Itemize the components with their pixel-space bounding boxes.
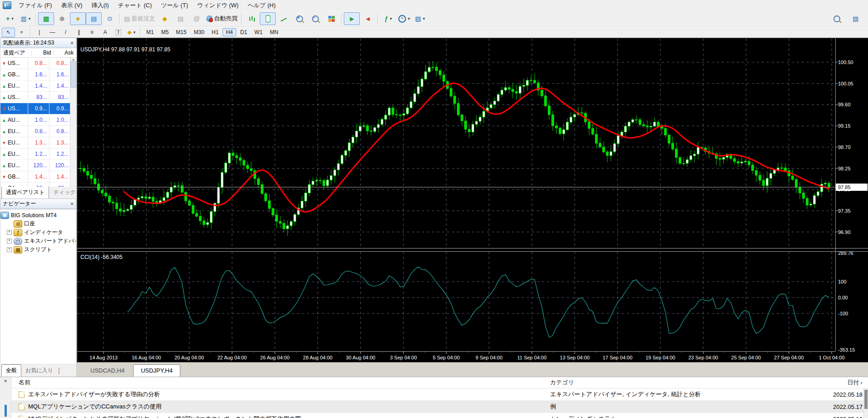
column-header-name[interactable]: 名前 xyxy=(11,378,550,387)
tab-market-watch-1[interactable]: ティックチャート xyxy=(49,187,76,199)
tree-item[interactable]: +ƒインディケータ xyxy=(0,228,76,237)
market-watch-row[interactable]: ▲AU...1.0...1.0... xyxy=(0,114,71,126)
bid-cell: 1.3... xyxy=(28,137,50,148)
article-row[interactable]: MQLアプリケーションでのCCanvasクラスの使用例2022.05.17 xyxy=(11,401,868,413)
layout-button[interactable]: ▧ xyxy=(848,12,863,25)
market-watch-row[interactable]: ▲EU...120...120... xyxy=(0,160,71,171)
terminal-button[interactable]: ▤ xyxy=(86,12,102,25)
market-watch-row[interactable]: ▼GB...1.4...1.4... xyxy=(0,171,71,183)
toolbox-side-scrollbar[interactable] xyxy=(5,405,7,417)
horizontal-line-button[interactable]: — xyxy=(46,28,59,37)
timeframe-M1[interactable]: M1 xyxy=(143,28,157,36)
menu-item-ヘ[interactable]: ヘルプ (H) xyxy=(243,1,280,10)
toolbox-scrollbar[interactable] xyxy=(863,388,868,418)
periods-button[interactable]: ▾ xyxy=(396,12,412,25)
market-watch-row[interactable]: ▲CA...96...96... xyxy=(0,183,71,187)
search-button[interactable] xyxy=(829,12,845,25)
expand-icon[interactable]: + xyxy=(7,230,12,235)
timeframe-H1[interactable]: H1 xyxy=(208,28,222,36)
tab-navigator-1[interactable]: お気に入り xyxy=(21,365,57,377)
scrollbar-thumb[interactable] xyxy=(70,61,76,88)
market-watch-button[interactable]: ▥ xyxy=(38,12,54,25)
article-row[interactable]: エキスパートアドバイザーが失敗する理由の分析エキスパートアドバイザー, インディ… xyxy=(11,388,868,401)
market-watch-row[interactable]: ▲EU...0.8...0.8... xyxy=(0,126,71,137)
price-chart[interactable]: 14 Aug 201316 Aug 04:0020 Aug 04:0022 Au… xyxy=(77,38,868,362)
strategy-tester-button[interactable]: ⊙ xyxy=(102,12,118,25)
timeframe-M15[interactable]: M15 xyxy=(173,28,189,36)
community-button[interactable]: @ xyxy=(188,12,204,25)
templates-button[interactable]: ▨▾ xyxy=(412,12,428,25)
profiles-button[interactable]: ▥▾ xyxy=(18,12,34,25)
timeframe-H4[interactable]: H4 xyxy=(223,28,236,36)
market-watch-scrollbar[interactable]: ▲ xyxy=(70,58,76,187)
cursor-button[interactable]: ↖ xyxy=(2,28,15,37)
bar-chart-button[interactable] xyxy=(244,12,260,25)
expand-icon[interactable]: + xyxy=(7,239,12,244)
close-icon[interactable]: × xyxy=(70,201,74,207)
article-row[interactable]: MVCデザインパターンとその可能なアプリケーション(第2部): 3つのコンポーネ… xyxy=(11,413,868,418)
tree-item[interactable]: ◎口座 xyxy=(0,219,76,228)
text-button[interactable]: A xyxy=(99,28,112,37)
crosshair-button[interactable]: + xyxy=(15,28,28,37)
fibonacci-button[interactable]: ≡ xyxy=(85,28,99,37)
column-header-category[interactable]: カテゴリ xyxy=(550,378,827,387)
tile-windows-button[interactable] xyxy=(323,12,339,25)
scroll-up-icon[interactable]: ▲ xyxy=(70,58,76,61)
timeframe-D1[interactable]: D1 xyxy=(237,28,250,36)
column-header-pair[interactable]: 通貨ペア xyxy=(0,49,31,57)
arrows-button[interactable]: ◆▾ xyxy=(125,28,138,37)
indicators-button[interactable]: ƒ▾ xyxy=(380,12,396,25)
tab-navigator-0[interactable]: 全般 xyxy=(1,364,21,377)
menu-item-挿[interactable]: 挿入(I) xyxy=(87,1,113,10)
menu-item-ツ[interactable]: ツール (T) xyxy=(156,1,193,10)
new-order-button[interactable]: ▤新規注文 xyxy=(122,12,157,25)
zoom-out-button[interactable]: − xyxy=(308,12,323,25)
metaeditor-button[interactable]: ◆ xyxy=(157,12,173,25)
market-watch-row[interactable]: ▲GB...1.6...1.6... xyxy=(0,69,71,80)
channel-button[interactable]: ∥ xyxy=(72,28,85,37)
up-arrow-icon: ▲ xyxy=(0,129,8,134)
menu-item-チ[interactable]: チャート (C) xyxy=(114,1,157,10)
chart-tab-USDCADH4[interactable]: USDCAD,H4 xyxy=(83,365,132,377)
menu-item-フ[interactable]: ファイル (F) xyxy=(14,1,56,10)
trendline-button[interactable]: / xyxy=(59,28,72,37)
tree-item[interactable]: +▤スクリプト xyxy=(0,245,76,254)
market-watch-row[interactable]: ▲US...83...83... xyxy=(0,92,71,103)
column-header-ask[interactable]: Ask xyxy=(54,50,76,56)
menu-item-表[interactable]: 表示 (V) xyxy=(56,1,87,10)
tree-item[interactable]: +◠エキスパートアドバイザ xyxy=(0,237,76,245)
timeframe-M30[interactable]: M30 xyxy=(191,28,208,36)
timeframe-M5[interactable]: M5 xyxy=(158,28,172,36)
symbol-cell: US... xyxy=(8,105,28,112)
line-chart-button[interactable] xyxy=(276,12,292,25)
navigator-button[interactable]: ★ xyxy=(70,12,86,25)
auto-trading-button[interactable]: 自動売買 xyxy=(204,12,239,25)
data-window-button[interactable]: ⊕ xyxy=(54,12,70,25)
tree-item-root[interactable]: ▦BIG Solutions MT4 xyxy=(0,211,76,219)
print-button[interactable]: ▤ xyxy=(173,12,188,25)
market-watch-row[interactable]: ▲EU...1.2...1.2... xyxy=(0,149,71,160)
timeframe-MN[interactable]: MN xyxy=(267,28,282,36)
chart-shift-button[interactable]: ◀ xyxy=(360,12,376,25)
scrollbar-thumb[interactable] xyxy=(864,390,868,409)
tab-market-watch-0[interactable]: 通貨ペアリスト xyxy=(1,187,49,199)
market-watch-row[interactable]: ▼US...0.9...0.9... xyxy=(0,103,71,114)
vertical-line-button[interactable]: | xyxy=(33,28,46,37)
close-icon[interactable]: × xyxy=(4,378,7,384)
auto-scroll-button[interactable]: ▶ xyxy=(344,12,360,25)
chevron-down-icon: ▾ xyxy=(134,30,136,35)
column-header-bid[interactable]: Bid xyxy=(31,50,54,56)
timeframe-W1[interactable]: W1 xyxy=(251,28,266,36)
zoom-in-button[interactable]: + xyxy=(292,12,308,25)
market-watch-row[interactable]: ▼US...0.8...0.8... xyxy=(0,58,71,69)
text-label-button[interactable]: T xyxy=(112,28,125,37)
column-header-date[interactable]: 日付▾ xyxy=(827,378,868,387)
chart-tab-USDJPYH4[interactable]: USDJPY,H4 xyxy=(133,364,180,377)
market-watch-row[interactable]: ▲EU...1.4...1.4... xyxy=(0,80,71,92)
market-watch-row[interactable]: ▼EU...1.3...1.3... xyxy=(0,137,71,149)
close-icon[interactable]: × xyxy=(70,40,74,46)
menu-item-ウ[interactable]: ウィンドウ (W) xyxy=(193,1,243,10)
expand-icon[interactable]: + xyxy=(7,247,12,252)
candlestick-button[interactable] xyxy=(260,12,276,25)
new-chart-button[interactable]: +▾ xyxy=(2,12,18,25)
